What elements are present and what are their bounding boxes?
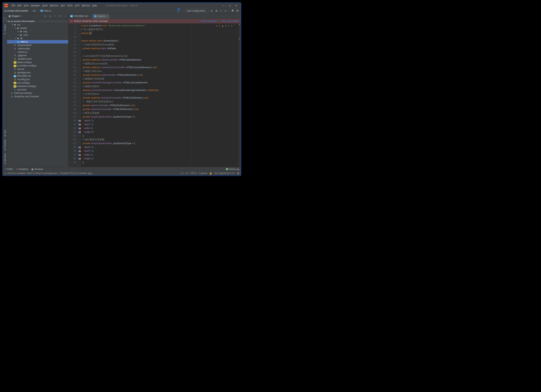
- project-tool-icon[interactable]: [3, 18, 6, 21]
- close-button[interactable]: ✕: [235, 4, 238, 7]
- expand-icon[interactable]: ⇄: [48, 15, 52, 17]
- tree-arrow-icon[interactable]: [11, 55, 14, 57]
- code-editor[interactable]: import CreateDom from "@/lib/main-entran…: [81, 23, 238, 167]
- memory-indicator-icon[interactable]: ▦: [237, 172, 239, 175]
- tree-arrow-icon[interactable]: [14, 41, 16, 43]
- tree-item[interactable]: JScommitlint.config.js: [7, 64, 68, 67]
- tree-item[interactable]: TSmain.ts: [7, 40, 68, 43]
- tree-arrow-icon[interactable]: [8, 92, 10, 94]
- caret-position[interactable]: 1:1: [181, 172, 184, 175]
- tree-item[interactable]: ◌.eslintrc.js: [7, 50, 68, 54]
- tree-arrow-icon[interactable]: [11, 78, 14, 80]
- status-hint-icon[interactable]: ▢: [4, 172, 6, 175]
- menu-edit[interactable]: Edit: [16, 4, 23, 7]
- tree-item[interactable]: JSwebstorm.config.js: [7, 84, 68, 88]
- tree-item[interactable]: 🗁Scratches and Consoles: [7, 95, 68, 98]
- tree-arrow-icon[interactable]: [11, 82, 14, 84]
- tree-item[interactable]: {}tsconfig.json: [7, 78, 68, 81]
- hide-panel-icon[interactable]: —: [63, 15, 67, 17]
- tree-arrow-icon[interactable]: [11, 58, 14, 60]
- coverage-icon[interactable]: ⟳: [219, 10, 223, 12]
- project-tree[interactable]: ▾🖿js-screen-shot-masterC:\Users\likai\We…: [7, 19, 68, 167]
- tree-item[interactable]: M↓README.md: [7, 74, 68, 78]
- file-encoding[interactable]: UTF-8: [190, 172, 196, 175]
- eslint-run-install-link[interactable]: Run 'yarn install': [222, 20, 238, 22]
- tree-item[interactable]: ▸🖿img: [7, 30, 68, 33]
- tree-item[interactable]: ▸🖿lib: [7, 37, 68, 40]
- inspection-summary[interactable]: ●2 ▲2 ✔3 ˄ ˅: [216, 25, 238, 27]
- menu-vcs[interactable]: VCS: [74, 4, 81, 7]
- tree-arrow-icon[interactable]: [11, 68, 14, 70]
- menu-help[interactable]: Help: [91, 4, 98, 7]
- menu-window[interactable]: Window: [81, 4, 91, 7]
- tab-close-icon[interactable]: ×: [106, 15, 107, 17]
- tab-close-icon[interactable]: ×: [89, 15, 90, 17]
- maximize-button[interactable]: ▢: [229, 4, 231, 7]
- chevron-down-icon[interactable]: ˅: [236, 25, 238, 27]
- tree-item[interactable]: 🗎license: [7, 67, 68, 71]
- breadcrumb-item[interactable]: js-screen-shot-master: [4, 10, 28, 12]
- tree-arrow-icon[interactable]: [11, 72, 14, 73]
- rail-favorites[interactable]: ★ Favorites: [4, 139, 6, 151]
- tree-arrow-icon[interactable]: [11, 51, 14, 53]
- readonly-icon[interactable]: 🔓: [209, 172, 212, 175]
- menu-tools[interactable]: Tools: [66, 4, 74, 7]
- tree-item[interactable]: ⫼External Libraries: [7, 91, 68, 95]
- code-area[interactable]: 1232627282930313233343536373839404142434…: [68, 23, 241, 167]
- tree-arrow-icon[interactable]: ▾: [14, 27, 16, 29]
- editor-tab[interactable]: TSmain.ts×: [92, 14, 109, 19]
- tree-item[interactable]: {}package.json: [7, 71, 68, 74]
- problems-tool[interactable]: ⊘ Problems: [16, 168, 28, 170]
- menu-run[interactable]: Run: [60, 4, 66, 7]
- tree-item[interactable]: JSvue.config.js: [7, 81, 68, 84]
- minimize-button[interactable]: —: [222, 4, 225, 7]
- tree-arrow-icon[interactable]: [11, 65, 14, 67]
- terminal-tool[interactable]: ▣ Terminal: [31, 168, 43, 170]
- rail-structure[interactable]: ★ Structure: [4, 153, 6, 165]
- indent-setting[interactable]: 2 spaces: [198, 172, 208, 175]
- tree-arrow-icon[interactable]: [11, 61, 14, 63]
- tree-item[interactable]: JSbabel.config.js: [7, 61, 68, 64]
- event-log-tool[interactable]: 2 Event Log: [226, 168, 239, 170]
- settings-gear-icon[interactable]: ⚙: [236, 10, 239, 12]
- menu-view[interactable]: View: [23, 4, 30, 7]
- menu-navigate[interactable]: Navigate: [30, 4, 41, 7]
- tree-arrow-icon[interactable]: ▸: [14, 37, 16, 39]
- panel-settings-icon[interactable]: ✲: [58, 15, 62, 17]
- eslint-settings-link[interactable]: ESLint settings…: [201, 20, 218, 22]
- rail-project-label[interactable]: 1: Project: [4, 24, 6, 35]
- todo-tool[interactable]: ≡ TODO: [4, 168, 13, 170]
- stop-icon[interactable]: ■: [224, 10, 227, 12]
- tree-item[interactable]: 🗎.browserslistrc: [7, 43, 68, 47]
- tree-arrow-icon[interactable]: [11, 75, 14, 77]
- tree-item[interactable]: {}.prettierrc.json: [7, 57, 68, 61]
- editor-tab[interactable]: M↓README.md×: [68, 14, 92, 19]
- rail-npm[interactable]: ★ npm: [4, 130, 6, 137]
- locate-icon[interactable]: ⊕: [43, 15, 47, 17]
- tree-item[interactable]: ▸🖿scss: [7, 33, 68, 37]
- tree-arrow-icon[interactable]: ▾: [11, 24, 14, 26]
- tree-arrow-icon[interactable]: ▸: [17, 34, 20, 36]
- line-separator[interactable]: LF: [185, 172, 188, 175]
- collapse-icon[interactable]: ⤢: [53, 15, 57, 17]
- tree-item[interactable]: ▾🖿src: [7, 23, 68, 26]
- search-icon[interactable]: 🔍: [231, 10, 234, 12]
- tree-arrow-icon[interactable]: ▸: [17, 31, 20, 32]
- menu-file[interactable]: File: [10, 4, 16, 7]
- chevron-up-icon[interactable]: ˄: [234, 25, 235, 27]
- tree-arrow-icon[interactable]: [11, 85, 14, 87]
- user-icon[interactable]: 👤▾: [177, 8, 181, 14]
- tree-item[interactable]: ▾🖿js-screen-shot-masterC:\Users\likai\We…: [7, 20, 68, 23]
- tree-item[interactable]: ⊛yarn.lock: [7, 88, 68, 91]
- menu-code[interactable]: Code: [41, 4, 49, 7]
- breadcrumb-item[interactable]: TSmain.ts: [40, 10, 51, 12]
- run-configuration-select[interactable]: Add Configuration...: [185, 9, 209, 13]
- error-stripe[interactable]: [238, 23, 241, 167]
- tree-arrow-icon[interactable]: [8, 96, 10, 98]
- run-icon[interactable]: ▶: [210, 10, 213, 12]
- tree-arrow-icon[interactable]: [11, 48, 14, 50]
- debug-icon[interactable]: ⬢: [215, 10, 218, 12]
- menu-refactor[interactable]: Refactor: [49, 4, 60, 7]
- tree-arrow-icon[interactable]: [11, 89, 14, 91]
- tree-item[interactable]: 🗎.gitignore: [7, 54, 68, 57]
